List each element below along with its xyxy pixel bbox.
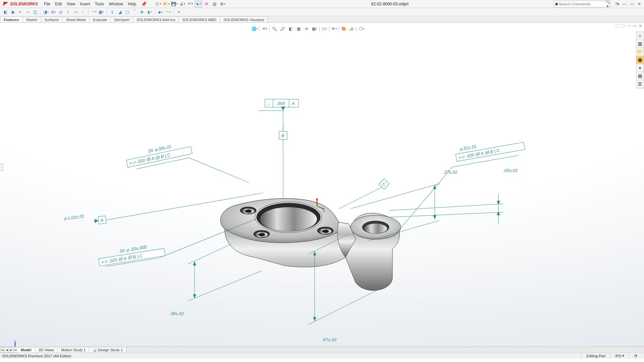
tab-evaluate[interactable]: Evaluate — [89, 16, 111, 22]
bottom-tab-design[interactable]: 📊Design Study 1 — [89, 348, 126, 352]
svg-line-52 — [369, 221, 439, 241]
datum-c[interactable]: C — [339, 179, 389, 209]
svg-text:⟂: ⟂ — [267, 101, 270, 106]
svg-marker-27 — [281, 107, 285, 111]
annotation-top-right[interactable]: ⌀.31±.01 ⌖ ⌀ .020 Ⓜ A Ⓜ B | C — [380, 136, 536, 237]
new-button[interactable]: 🗋 — [155, 1, 162, 7]
svg-marker-55 — [433, 215, 436, 219]
app-logo: SOLIDWORKS — [0, 1, 41, 7]
svg-marker-54 — [433, 185, 436, 189]
dimension-right-05[interactable]: .05±.02 — [389, 168, 518, 224]
svg-marker-45 — [94, 219, 99, 223]
boundary-boss-icon[interactable]: ◫ — [32, 9, 38, 15]
svg-text:z: z — [14, 341, 16, 343]
tab-nav-last[interactable]: ⏭ — [13, 347, 18, 353]
extrude-boss-icon[interactable]: ◧ — [2, 9, 9, 15]
print-button[interactable]: 🖨 — [179, 1, 186, 7]
tab-features[interactable]: Features — [0, 16, 23, 22]
shell-icon[interactable]: ▢ — [124, 9, 130, 15]
open-button[interactable]: 📂 — [163, 1, 170, 7]
status-units[interactable]: IPS ▾ — [610, 353, 629, 359]
save-button[interactable]: 💾 — [171, 1, 178, 7]
svg-line-73 — [309, 288, 382, 324]
menu-insert[interactable]: Insert — [80, 2, 90, 6]
menu-edit[interactable]: Edit — [55, 2, 62, 6]
help-icon[interactable]: ?▾ — [614, 2, 620, 6]
brand-label: SOLIDWORKS — [10, 2, 38, 6]
annotation-top-left-lower[interactable]: 3X ⌀ .20±.005 ⌖ ⌀ .020 Ⓜ A Ⓜ B | C — [96, 219, 260, 267]
document-title: 62-02-9000-03.sldprt — [226, 2, 553, 6]
tab-mbd[interactable]: SOLIDWORKS MBD — [178, 16, 220, 22]
svg-line-57 — [389, 204, 503, 210]
status-custom-icon[interactable]: ◔ — [629, 353, 642, 359]
svg-text:A: A — [291, 101, 295, 106]
mirror-icon[interactable]: ⧗ — [146, 9, 153, 15]
svg-line-36 — [155, 219, 260, 258]
status-bar: SOLIDWORKS Premium 2017 x64 Edition Edit… — [0, 353, 644, 359]
loft-cut-icon[interactable]: ▭ — [72, 9, 79, 15]
menu-tools[interactable]: Tools — [95, 2, 104, 6]
features-toolbar: ◧ ◉ ∿ ▱ ◫ ◨ ⊘ ◎ ⌇ ▭ ▫ ◠ ▦ ⫿ ◢ ▢ ⌒ ⊗ ⧗ ◈ … — [0, 8, 644, 16]
tab-surfaces[interactable]: Surfaces — [41, 16, 63, 22]
pattern-icon[interactable]: ▦ — [98, 9, 105, 15]
menu-file[interactable]: File — [44, 2, 50, 6]
curves-icon[interactable]: 〰 — [164, 9, 171, 15]
rib-icon[interactable]: ⫿ — [109, 9, 116, 15]
annotation-top-left-upper[interactable]: 3X ⌀.39±.01 ⌖ ⌀ .020 Ⓜ A Ⓜ B | C — [125, 130, 249, 207]
menu-view[interactable]: View — [67, 2, 75, 6]
tab-nav-next[interactable]: ▶ — [9, 347, 13, 353]
boundary-cut-icon[interactable]: ▫ — [79, 9, 86, 15]
rebuild-button[interactable]: ⟳ — [203, 1, 210, 7]
status-mode: Editing Part — [581, 353, 610, 359]
revolve-cut-icon[interactable]: ◎ — [57, 9, 64, 15]
loft-boss-icon[interactable]: ▱ — [24, 9, 31, 15]
svg-line-67 — [188, 271, 262, 301]
dimension-bottom-left-38[interactable]: .38±.02 — [169, 244, 262, 316]
draft-icon[interactable]: ◢ — [116, 9, 123, 15]
hole-wizard-icon[interactable]: ⊘ — [50, 9, 57, 15]
file-properties-button[interactable]: ▤ — [211, 1, 218, 7]
extrude-cut-icon[interactable]: ◨ — [43, 9, 49, 15]
tab-nav-first[interactable]: ⏮ — [0, 347, 5, 353]
select-button[interactable]: ⬉ — [195, 1, 202, 7]
search-prefix-icon: ▣ — [554, 2, 559, 6]
tab-dimxpert[interactable]: DimXpert — [110, 16, 133, 22]
minimize-icon[interactable]: — — [622, 2, 627, 6]
menu-window[interactable]: Window — [109, 2, 123, 6]
annotation-left-dia[interactable]: ⌀ 1.02±.01 A — [63, 188, 264, 229]
dimension-bottom-center-67[interactable]: .67±.02 — [309, 234, 382, 342]
revolve-boss-icon[interactable]: ◉ — [9, 9, 16, 15]
bottom-tab-model[interactable]: Model — [17, 348, 35, 352]
command-tabs: Features Sketch Surfaces Sheet Metal Eva… — [0, 16, 644, 23]
fillet-icon[interactable]: ◠ — [91, 9, 97, 15]
wrap-icon[interactable]: ⌒ — [131, 9, 138, 15]
tab-visualize[interactable]: SOLIDWORKS Visualize — [220, 16, 268, 22]
annotation-top-fcf[interactable]: ⟂ .005 A B — [258, 99, 299, 197]
tab-addins[interactable]: SOLIDWORKS Add-Ins — [133, 16, 179, 22]
graphics-area[interactable]: 🌐 ⟲ 🔍 🔎 ◧ ▦ ≋ ▩ ◻ 👁 🎨 🏞 🖵 ⬚ ⬚ — ▭ ✕ ⌂ ▥ … — [0, 23, 644, 359]
options-button[interactable]: ⚙ — [219, 1, 226, 7]
bottom-tab-motion[interactable]: Motion Study 1 — [58, 348, 89, 352]
menu-help[interactable]: Help — [128, 2, 136, 6]
annotations-layer: ⟂ .005 A B 3X ⌀.39±.01 ⌖ ⌀ .020 Ⓜ A Ⓜ B … — [0, 23, 644, 359]
instant3d-icon[interactable]: ✦ — [175, 9, 182, 15]
svg-text:⌀.31±.01: ⌀.31±.01 — [459, 144, 477, 152]
intersect-icon[interactable]: ⊗ — [139, 9, 145, 15]
search-commands[interactable]: ▣ 🔍▾ — [553, 1, 610, 7]
svg-text:.67±.02: .67±.02 — [322, 337, 337, 342]
svg-marker-76 — [313, 317, 316, 321]
tab-nav-prev[interactable]: ◀ — [4, 347, 9, 353]
search-input[interactable] — [559, 2, 605, 6]
pin-menu-icon[interactable]: 📌 — [136, 1, 151, 7]
undo-button[interactable]: ↶ — [187, 1, 194, 7]
close-icon[interactable]: ✕ — [637, 2, 642, 6]
search-icon[interactable]: 🔍▾ — [605, 0, 610, 8]
sweep-boss-icon[interactable]: ∿ — [17, 9, 23, 15]
dimension-right-37[interactable]: .37±.02 — [351, 170, 458, 241]
ref-geom-icon[interactable]: ◈ — [157, 9, 164, 15]
bottom-tab-3dviews[interactable]: 3D Views — [35, 348, 58, 352]
restore-icon[interactable]: ▭ — [629, 2, 635, 6]
sweep-cut-icon[interactable]: ⌇ — [65, 9, 71, 15]
tab-sheetmetal[interactable]: Sheet Metal — [62, 16, 90, 22]
tab-sketch[interactable]: Sketch — [22, 16, 41, 22]
